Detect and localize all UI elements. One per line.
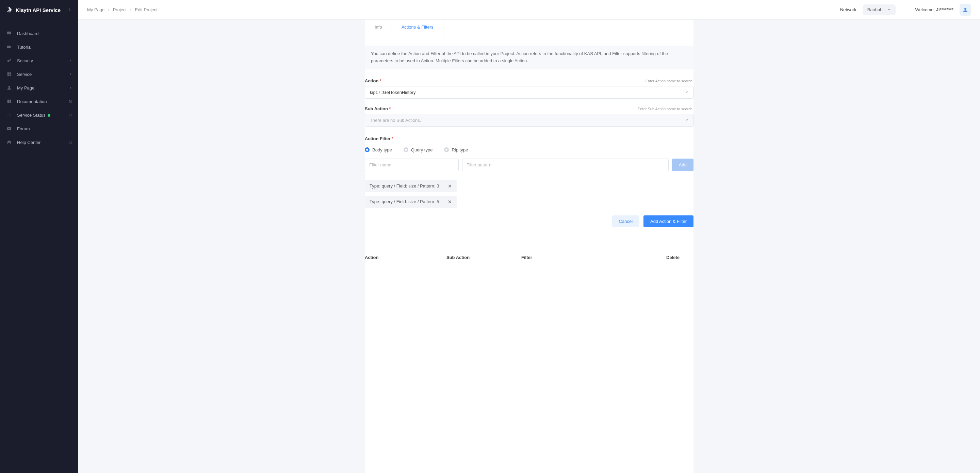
sidebar-header: Klaytn API Service [0,0,78,20]
tab-actions-filters[interactable]: Actions & Filters [392,20,443,36]
content: Info Actions & Filters You can define th… [78,20,980,473]
external-link-icon [68,140,72,145]
radio-unchecked-icon [404,147,408,152]
main: My Page › Project › Edit Project Network… [78,0,980,473]
add-action-filter-button[interactable]: Add Action & Filter [643,215,694,227]
action-label: Action* [365,78,382,83]
cancel-button[interactable]: Cancel [612,215,640,227]
svg-point-3 [8,60,9,62]
card: Info Actions & Filters You can define th… [365,20,694,473]
radio-checked-icon [365,147,369,152]
grid-icon [6,71,12,77]
avatar-button[interactable] [959,4,971,16]
chevron-right-icon: › [130,7,131,12]
sidebar-item-forum[interactable]: Forum [0,122,78,135]
key-icon [6,57,12,64]
sidebar-item-service[interactable]: Service [0,67,78,81]
filter-type-radios: Body type Query type Rlp type [365,147,694,153]
filter-chip: Type: query / Field: size / Pattern: 3 ✕ [365,180,457,192]
panel: You can define the Action and Filter of … [365,36,694,277]
subaction-label: Sub Action* [365,106,391,111]
chevron-down-icon [685,90,688,94]
collapse-icon[interactable] [67,7,72,13]
chevron-right-icon [69,72,72,77]
sidebar-item-mypage[interactable]: My Page [0,81,78,95]
radio-label: Rlp type [452,147,468,153]
action-filter-label: Action Filter* [365,136,694,141]
svg-point-18 [964,8,966,10]
monitor-icon [6,30,12,37]
mail-icon [6,126,12,132]
sidebar-item-security[interactable]: Security [0,54,78,67]
subaction-select[interactable]: There are no Sub Actions. [365,114,694,127]
svg-point-10 [8,115,8,116]
video-icon [6,44,12,50]
svg-rect-16 [7,127,11,130]
sidebar-item-label: Dashboard [17,31,72,36]
close-icon[interactable]: ✕ [448,199,452,204]
subaction-placeholder: There are no Sub Actions. [370,118,685,123]
sidebar-item-label: Forum [17,126,72,131]
chevron-right-icon: › [108,7,109,12]
svg-point-11 [9,115,10,116]
sidebar-item-label: Service Status [17,113,68,118]
action-select[interactable]: kip17::GetTokenHistory [365,86,694,99]
th-filter: Filter [521,255,666,260]
tab-info[interactable]: Info [365,20,392,36]
svg-point-8 [8,86,10,88]
chevron-down-icon [888,8,891,12]
chip-text: Type: query / Field: size / Pattern: 5 [369,199,439,204]
filter-input-row: Add [365,159,694,171]
close-icon[interactable]: ✕ [448,183,452,189]
topbar-right: Network Baobab Welcome, Ji******** [840,4,971,16]
radio-query-type[interactable]: Query type [404,147,433,153]
network-label: Network [840,7,856,12]
user-icon [6,85,12,91]
sidebar-item-label: Documentation [17,99,68,104]
svg-rect-5 [10,72,11,74]
svg-rect-7 [10,75,11,76]
external-link-icon [68,99,72,104]
sidebar-item-helpcenter[interactable]: Help Center [0,135,78,149]
sidebar-item-dashboard[interactable]: Dashboard [0,27,78,40]
svg-rect-15 [69,114,72,116]
breadcrumb: My Page › Project › Edit Project [87,7,158,12]
sidebar: Klaytn API Service Dashboard Tutorial Se… [0,0,78,473]
radio-rlp-type[interactable]: Rlp type [444,147,468,153]
svg-point-13 [8,114,9,114]
logo[interactable]: Klaytn API Service [6,6,60,13]
sidebar-item-label: My Page [17,85,69,91]
th-delete: Delete [666,255,694,260]
chip-text: Type: query / Field: size / Pattern: 3 [369,183,439,188]
radio-label: Body type [372,147,392,153]
external-link-icon [68,113,72,118]
chevron-down-icon [685,118,688,122]
network-select[interactable]: Baobab [862,5,896,15]
sidebar-item-documentation[interactable]: Documentation [0,95,78,108]
sidebar-item-label: Tutorial [17,45,72,50]
nav: Dashboard Tutorial Security Service My P… [0,20,78,149]
tabs: Info Actions & Filters [365,20,694,36]
svg-point-14 [10,116,10,116]
filter-chips: Type: query / Field: size / Pattern: 3 ✕… [365,180,694,208]
sidebar-item-tutorial[interactable]: Tutorial [0,40,78,54]
add-filter-button[interactable]: Add [672,159,694,171]
filter-pattern-input[interactable] [462,159,669,171]
user-icon [962,7,969,13]
info-note: You can define the Action and Filter of … [365,46,694,69]
chevron-right-icon [69,58,72,63]
svg-point-12 [10,115,11,116]
headphones-icon [6,139,12,145]
logo-icon [6,6,13,13]
status-dot-icon [48,114,50,117]
breadcrumb-item[interactable]: My Page [87,7,105,12]
sidebar-item-servicestatus[interactable]: Service Status [0,108,78,122]
breadcrumb-item: Edit Project [135,7,157,12]
activity-icon [6,112,12,118]
filter-name-input[interactable] [365,159,459,171]
radio-unchecked-icon [444,147,449,152]
breadcrumb-item[interactable]: Project [113,7,127,12]
radio-body-type[interactable]: Body type [365,147,392,153]
svg-rect-17 [69,141,72,143]
network-value: Baobab [867,7,883,12]
